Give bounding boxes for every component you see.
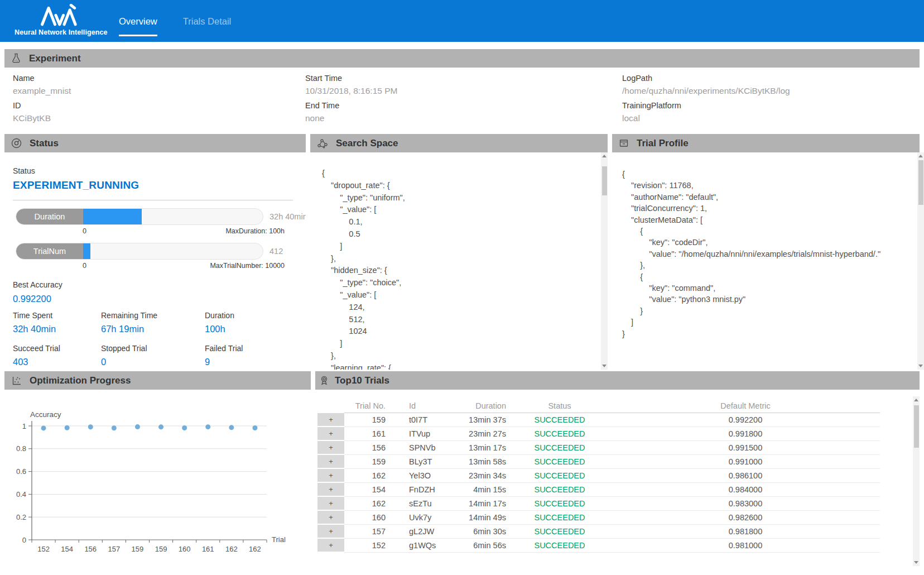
trial-no-cell: 159	[344, 413, 389, 427]
trial-id-cell: Uvk7y	[389, 511, 461, 525]
expand-button[interactable]: +	[317, 483, 344, 497]
json-line: 512,	[322, 314, 608, 326]
expand-button[interactable]: +	[317, 455, 344, 469]
status-cell: SUCCEEDED	[508, 511, 611, 525]
table-row: +159t0I7T13min 37sSUCCEEDED0.992200	[317, 413, 880, 427]
tab-trials-detail[interactable]: Trials Detail	[183, 16, 232, 27]
json-line: 0.1,	[322, 216, 608, 228]
data-point	[65, 425, 70, 430]
json-line: }	[622, 305, 920, 317]
duration-cell: 13min 58s	[461, 455, 508, 469]
table-header-row: Trial No.IdDurationStatusDefault Metric	[317, 399, 880, 413]
expand-button[interactable]: +	[317, 497, 344, 511]
json-line: 1024	[322, 325, 608, 338]
field-value: 10/31/2018, 8:16:15 PM	[305, 86, 622, 96]
trial-no-cell: 160	[344, 511, 389, 525]
json-line: "dropout_rate": {	[322, 180, 608, 192]
y-axis-label: Accuracy	[30, 410, 61, 419]
scroll-up-arrow[interactable]	[917, 152, 924, 160]
scroll-up-arrow[interactable]	[913, 396, 920, 404]
progress-bar-label: Duration	[16, 209, 83, 224]
trial-profile-panel: Trial Profile { "revision": 11768, "auth…	[612, 134, 920, 370]
data-point	[229, 425, 234, 430]
tab-overview[interactable]: Overview	[119, 16, 157, 27]
archive-box-icon	[619, 138, 629, 148]
json-line: "_value": [	[322, 204, 608, 216]
top10-scrollbar[interactable]	[913, 396, 920, 566]
metric-cell: 0.981000	[611, 539, 880, 553]
json-line: },	[322, 253, 608, 265]
duration-cell: 23min 27s	[461, 427, 508, 441]
scroll-up-arrow[interactable]	[601, 152, 608, 160]
data-point	[112, 425, 117, 430]
expand-button[interactable]: +	[317, 427, 344, 441]
status-cell: SUCCEEDED	[508, 455, 611, 469]
json-line: },	[622, 260, 920, 271]
stat-value: 100h	[205, 324, 297, 334]
x-tick-label: 156	[84, 545, 97, 553]
gauge-icon	[11, 138, 22, 148]
top10-title: Top10 Trials	[335, 375, 389, 386]
col-header-default-metric: Default Metric	[611, 399, 880, 413]
search-space-title: Search Space	[336, 138, 398, 149]
expand-button[interactable]: +	[317, 469, 344, 483]
json-line: "_type": "uniform",	[322, 192, 608, 204]
metric-cell: 0.992200	[611, 413, 880, 427]
stat-remaining-time: Remaining Time67h 19min	[101, 311, 205, 334]
scroll-thumb[interactable]	[914, 405, 919, 448]
json-line: "key": "command",	[622, 282, 920, 294]
status-cell: SUCCEEDED	[508, 497, 611, 511]
status-cell: SUCCEEDED	[508, 413, 611, 427]
expand-button[interactable]: +	[317, 441, 344, 455]
x-tick-label: 159	[155, 545, 167, 553]
optimization-section-bar: Optimization Progress	[4, 371, 311, 390]
expand-button[interactable]: +	[317, 539, 344, 553]
y-tick-label: 0	[22, 536, 26, 544]
json-line: ]	[322, 338, 608, 350]
col-header-trial-no-: Trial No.	[344, 399, 389, 413]
duration-progress-row: Duration32h 40min	[16, 208, 297, 225]
json-line: }	[622, 328, 920, 339]
json-line: ]	[622, 317, 920, 328]
status-cell: SUCCEEDED	[508, 539, 611, 553]
data-point	[182, 425, 187, 430]
duration-cell: 6min 56s	[461, 539, 508, 553]
metric-cell: 0.983000	[611, 497, 880, 511]
topbar: Neural Network Intelligence OverviewTria…	[0, 0, 924, 42]
scroll-down-arrow[interactable]	[917, 362, 924, 370]
json-line: {	[322, 167, 608, 180]
nni-logo-icon	[40, 4, 77, 27]
duration-cell: 4min 15s	[461, 483, 508, 497]
expand-button[interactable]: +	[317, 525, 344, 539]
trial-no-cell: 162	[344, 497, 389, 511]
json-line: "value": "python3 mnist.py"	[622, 294, 920, 305]
best-accuracy-value: 0.992200	[13, 294, 297, 304]
y-tick-label: 0.4	[16, 490, 26, 499]
json-line: "clusterMetaData": [	[622, 214, 920, 226]
stat-failed-trial: Failed Trial9	[205, 344, 297, 367]
expand-button[interactable]: +	[317, 413, 344, 427]
metric-cell: 0.991800	[611, 427, 880, 441]
scroll-down-arrow[interactable]	[601, 362, 608, 370]
experiment-column: LogPath/home/quzha/nni/experiments/KCiBy…	[622, 74, 924, 134]
scroll-thumb[interactable]	[602, 166, 607, 195]
trial-id-cell: t0I7T	[389, 413, 461, 427]
molecule-icon	[317, 138, 328, 148]
expand-button[interactable]: +	[317, 511, 344, 525]
duration-cell: 13min 37s	[461, 413, 508, 427]
field-label: Name	[13, 74, 305, 83]
scroll-down-arrow[interactable]	[913, 558, 920, 566]
status-title: Status	[30, 138, 59, 149]
field-label: End Time	[305, 101, 622, 110]
field-value: example_mnist	[13, 86, 305, 96]
trial-id-cell: SPNVb	[389, 441, 461, 455]
trial-profile-scrollbar[interactable]	[917, 152, 924, 370]
trial-id-cell: Yel3O	[389, 469, 461, 483]
trialnum-progress-bar: TrialNum	[16, 243, 263, 260]
scroll-thumb[interactable]	[918, 160, 923, 205]
experiment-status-value: EXPERIMENT_RUNNING	[13, 179, 297, 191]
search-space-scrollbar[interactable]	[601, 152, 608, 370]
json-line: "revision": 11768,	[622, 180, 920, 191]
json-line: "key": "codeDir",	[622, 237, 920, 248]
field-label: ID	[13, 101, 305, 110]
